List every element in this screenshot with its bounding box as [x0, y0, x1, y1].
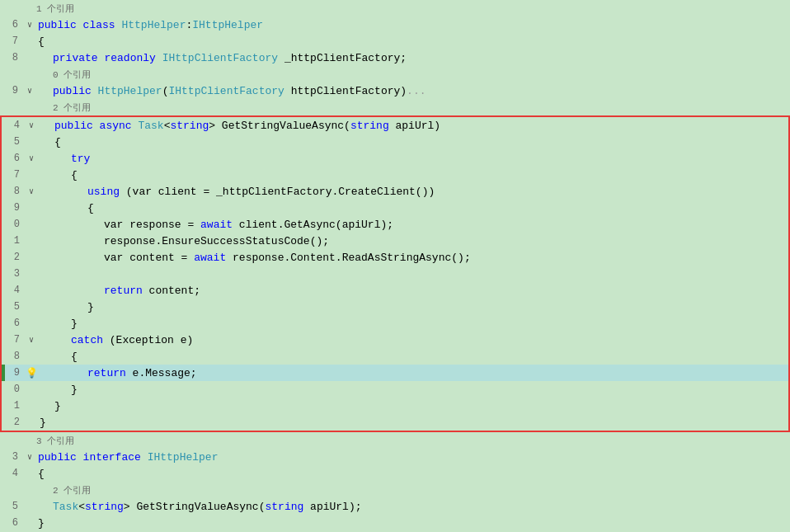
line-number: 4 [0, 468, 23, 479]
line-number: 9 [2, 367, 25, 379]
list-item: 7 { [2, 167, 788, 183]
list-item: 5 { [2, 134, 788, 150]
line-number: 8 [0, 52, 23, 64]
code-line: public HttpHelper(IHttpClientFactory htt… [36, 85, 790, 97]
code-line: } [38, 384, 788, 396]
code-line: private readonly IHttpClientFactory _htt… [36, 52, 790, 64]
list-item: 0 } [2, 381, 788, 398]
list-item: 5 } [2, 299, 788, 315]
collapse-gutter[interactable]: ∨ [25, 120, 38, 130]
code-line: var response = await client.GetAsync(api… [38, 219, 788, 231]
list-item: 9 { [2, 200, 788, 216]
code-line: } [38, 400, 788, 412]
code-line: return content; [38, 285, 788, 297]
code-line: return e.Message; [38, 367, 788, 379]
code-line: using (var client = _httpClientFactory.C… [38, 186, 788, 198]
list-item: 3 个引用 [0, 432, 790, 449]
line-number: 8 [2, 351, 25, 362]
list-item: 1 个引用 [0, 0, 790, 16]
code-line: { [38, 351, 788, 363]
list-item: 9 ∨ public HttpHelper(IHttpClientFactory… [0, 82, 790, 99]
line-number: 2 [2, 252, 25, 263]
code-line: } [38, 301, 788, 313]
collapse-gutter[interactable]: ∨ [25, 186, 38, 196]
line-number: 7 [2, 169, 25, 181]
ref-count: 2 个引用 [53, 484, 91, 497]
bulb-gutter[interactable]: 💡 [25, 367, 38, 379]
list-item: 6 } [0, 515, 790, 531]
list-item: 8 ∨ using (var client = _httpClientFacto… [2, 183, 788, 200]
line-number: 0 [2, 219, 25, 230]
ref-count: 2 个引用 [53, 101, 91, 114]
list-item: 2 var content = await response.Content.R… [2, 249, 788, 266]
code-editor: 1 个引用 6 ∨ public class HttpHelper:IHttpH… [0, 0, 790, 532]
code-line: var content = await response.Content.Rea… [38, 252, 788, 264]
line-number: 9 [2, 202, 25, 214]
list-item: 4 ∨ public async Task<string> GetStringV… [2, 117, 788, 134]
list-item: 2 个引用 [0, 482, 790, 498]
line-number: 8 [2, 186, 25, 197]
list-item: 6 } [2, 315, 788, 332]
code-area: 1 个引用 6 ∨ public class HttpHelper:IHttpH… [0, 0, 790, 532]
line-number: 2 [2, 417, 25, 428]
list-item: 9 💡 return e.Message; [2, 365, 788, 381]
line-number: 3 [0, 451, 23, 463]
line-number: 7 [2, 334, 25, 346]
ref-count: 0 个引用 [53, 68, 91, 81]
list-item: 8 { [2, 348, 788, 365]
lightbulb-icon[interactable]: 💡 [26, 367, 38, 379]
collapse-gutter[interactable]: ∨ [23, 20, 36, 30]
list-item: 3 [2, 266, 788, 282]
line-number: 4 [2, 285, 25, 296]
code-line: } [38, 417, 788, 429]
code-line: { [38, 169, 788, 181]
line-number: 0 [2, 384, 25, 395]
list-item: 1 response.EnsureSuccessStatusCode(); [2, 233, 788, 249]
list-item: 2 个引用 [0, 99, 790, 115]
collapse-gutter[interactable]: ∨ [23, 86, 36, 96]
list-item: 2 } [2, 414, 788, 431]
list-item: 8 private readonly IHttpClientFactory _h… [0, 49, 790, 66]
code-line: public async Task<string> GetStringValue… [38, 120, 788, 132]
collapse-gutter[interactable]: ∨ [25, 153, 38, 163]
ref-count: 1 个引用 [36, 2, 74, 15]
line-number: 5 [0, 501, 23, 512]
line-number: 6 [2, 318, 25, 329]
code-line: { [36, 35, 790, 48]
list-item: 0 个引用 [0, 66, 790, 82]
line-number: 1 [2, 235, 25, 247]
list-item: 7 { [0, 33, 790, 49]
line-number: 6 [0, 517, 23, 529]
collapse-gutter[interactable]: ∨ [25, 335, 38, 345]
line-number: 9 [0, 85, 23, 97]
list-item: 5 Task<string> GetStringValueAsync(strin… [0, 498, 790, 515]
code-line: try [38, 153, 788, 165]
list-item: 6 ∨ public class HttpHelper:IHttpHelper [0, 16, 790, 33]
line-number: 1 [2, 400, 25, 412]
code-line: } [36, 517, 790, 530]
code-line: public class HttpHelper:IHttpHelper [36, 19, 790, 31]
line-number: 7 [0, 35, 23, 47]
line-number: 5 [2, 136, 25, 148]
ref-count: 3 个引用 [36, 435, 74, 447]
list-item: 4 return content; [2, 282, 788, 299]
green-indicator [2, 365, 5, 381]
line-number: 6 [2, 153, 25, 164]
list-item: 4 { [0, 465, 790, 482]
list-item: 6 ∨ try [2, 150, 788, 167]
list-item: 3 ∨ public interface IHttpHelper [0, 449, 790, 465]
code-line: catch (Exception e) [38, 334, 788, 346]
code-line: } [38, 318, 788, 330]
list-item: 1 } [2, 398, 788, 414]
list-item: 0 var response = await client.GetAsync(a… [2, 216, 788, 233]
collapse-gutter[interactable]: ∨ [23, 452, 36, 462]
line-number: 4 [2, 120, 25, 131]
list-item: 7 ∨ catch (Exception e) [2, 332, 788, 348]
code-line: response.EnsureSuccessStatusCode(); [38, 235, 788, 247]
code-line: { [38, 202, 788, 214]
line-number: 6 [0, 19, 23, 31]
line-number: 3 [2, 268, 25, 280]
code-line: Task<string> GetStringValueAsync(string … [36, 501, 790, 513]
line-number: 5 [2, 301, 25, 313]
code-line: { [38, 136, 788, 148]
